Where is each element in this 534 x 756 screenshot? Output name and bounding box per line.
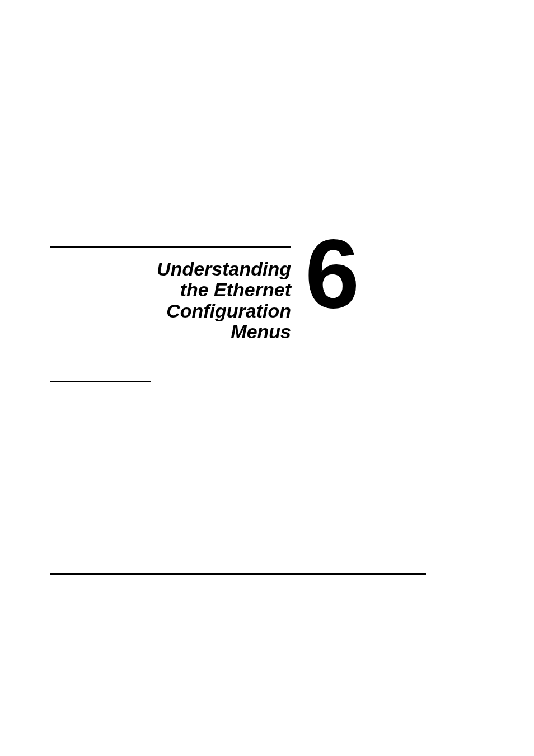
title-line-2: the Ethernet: [180, 279, 291, 300]
chapter-title: Understanding the Ethernet Configuration…: [50, 259, 291, 343]
title-line-1: Understanding: [157, 258, 291, 279]
chapter-number: 6: [305, 217, 357, 330]
footer-rule: [50, 573, 426, 575]
title-line-3: Configuration: [166, 300, 291, 321]
top-rule: [50, 246, 291, 248]
bottom-rule-short: [50, 381, 151, 382]
title-line-4: Menus: [231, 321, 291, 342]
